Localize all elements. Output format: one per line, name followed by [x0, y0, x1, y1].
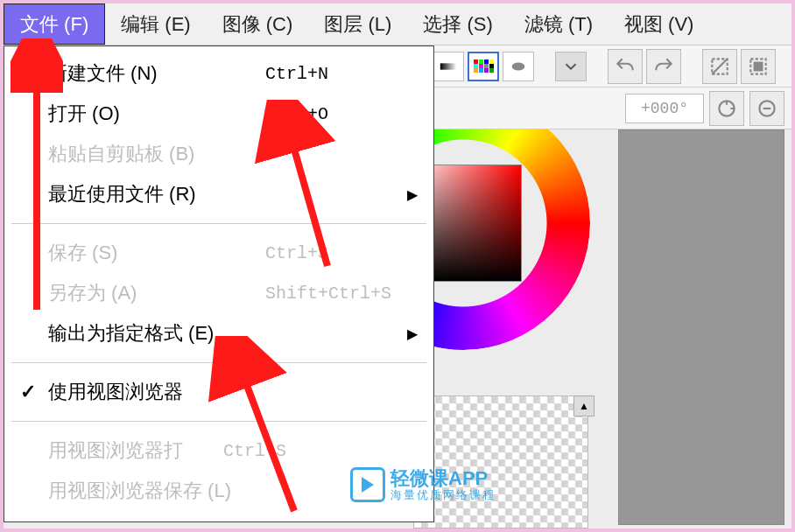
- watermark-play-icon: [350, 467, 385, 502]
- menu-label: 使用视图浏览器: [48, 379, 183, 405]
- svg-rect-4: [755, 62, 763, 70]
- tool-gradient-icon[interactable]: [433, 52, 464, 81]
- check-icon: ✓: [20, 381, 36, 403]
- redo-button[interactable]: [646, 49, 681, 84]
- watermark-subtitle: 海量优质网络课程: [390, 489, 496, 501]
- menu-shortcut: Ctrl+N: [265, 64, 328, 84]
- tool-brush-icon[interactable]: [503, 52, 534, 81]
- svg-line-9: [233, 348, 294, 511]
- transparent-preview: [413, 396, 588, 528]
- menubar-item-filter[interactable]: 滤镜 (T): [509, 4, 609, 45]
- menu-shortcut: Shift+Ctrl+S: [265, 284, 391, 304]
- menu-save-as: 另存为 (A) Shift+Ctrl+S: [4, 273, 433, 313]
- annotation-arrow-icon: [11, 38, 63, 318]
- menu-paste-clipboard: 粘贴自剪贴板 (B): [4, 134, 433, 174]
- scroll-up-button[interactable]: ▲: [573, 396, 594, 416]
- menu-label: 用视图浏览器保存 (L): [48, 478, 231, 504]
- deselect-button[interactable]: [702, 49, 737, 84]
- menu-separator: [11, 223, 426, 224]
- invert-selection-button[interactable]: [741, 49, 776, 84]
- menubar-item-edit[interactable]: 编辑 (E): [105, 4, 206, 45]
- menu-label: 粘贴自剪贴板 (B): [48, 141, 194, 167]
- annotation-arrow-icon: [207, 336, 329, 520]
- menu-new-file[interactable]: 新建文件 (N) Ctrl+N: [4, 53, 433, 94]
- navigator-panel: [618, 130, 784, 525]
- undo-button[interactable]: [608, 49, 643, 84]
- menu-open[interactable]: 打开 (O) Ctrl+O: [4, 94, 433, 134]
- menu-label: 最近使用文件 (R): [48, 181, 196, 207]
- watermark-title: 轻微课APP: [390, 468, 496, 489]
- submenu-arrow-icon: ▶: [407, 186, 418, 203]
- menubar-item-layer[interactable]: 图层 (L): [308, 4, 407, 45]
- menu-label: 用视图浏览器打: [48, 438, 183, 464]
- svg-point-1: [512, 62, 525, 70]
- tool-dropdown-icon[interactable]: [555, 52, 587, 81]
- svg-rect-0: [440, 63, 456, 69]
- menu-save: 保存 (S) Ctrl+S: [4, 233, 433, 273]
- menu-label: 输出为指定格式 (E): [48, 320, 214, 346]
- rotation-angle-field[interactable]: +000°: [625, 94, 704, 123]
- menu-recent-files[interactable]: 最近使用文件 (R) ▶: [4, 174, 433, 214]
- annotation-arrow-icon: [249, 100, 354, 275]
- submenu-arrow-icon: ▶: [407, 326, 418, 342]
- menubar: 文件 (F) 编辑 (E) 图像 (C) 图层 (L) 选择 (S) 滤镜 (T…: [4, 4, 791, 46]
- reset-zoom-button[interactable]: [749, 91, 784, 126]
- menubar-item-image[interactable]: 图像 (C): [207, 4, 309, 45]
- tool-swatches-icon[interactable]: [468, 52, 499, 81]
- watermark: 轻微课APP 海量优质网络课程: [350, 467, 496, 502]
- menu-label: 新建文件 (N): [48, 60, 158, 87]
- reset-rotation-button[interactable]: [709, 91, 744, 126]
- menubar-item-select[interactable]: 选择 (S): [407, 4, 508, 45]
- svg-line-8: [284, 112, 327, 266]
- menubar-item-view[interactable]: 视图 (V): [609, 4, 709, 45]
